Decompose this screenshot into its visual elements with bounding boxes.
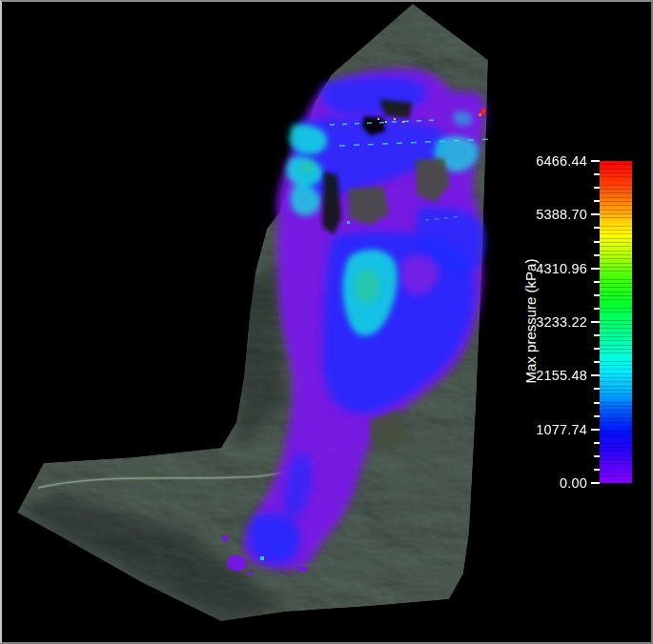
colorbar-tick-label: 6466.44 <box>511 153 587 169</box>
colorbar-minor-tick <box>594 173 600 175</box>
colorbar-minor-tick <box>594 455 600 457</box>
colorbar-minor-tick <box>594 294 600 296</box>
colorbar-tick-label: 3233.22 <box>511 314 587 330</box>
colorbar-minor-tick <box>594 227 600 229</box>
colorbar-major-tick <box>591 429 600 431</box>
colorbar-minor-tick <box>594 442 600 444</box>
colorbar-minor-tick <box>594 187 600 189</box>
colorbar-major-tick <box>591 482 600 484</box>
colorbar-minor-tick <box>594 308 600 310</box>
colorbar-tick-label: 4310.96 <box>511 261 587 276</box>
figure: Max pressure (kPa) 6466.445388.704310.96… <box>0 0 653 644</box>
colorbar-minor-tick <box>594 402 600 404</box>
colorbar-major-tick <box>591 321 600 323</box>
colorbar-minor-tick <box>594 281 600 283</box>
colorbar-minor-tick <box>594 361 600 363</box>
colorbar-minor-tick <box>594 241 600 243</box>
colorbar-minor-tick <box>594 254 600 256</box>
colorbar-major-tick <box>591 268 600 270</box>
colorbar-major-tick <box>591 160 600 162</box>
colorbar-tick-label: 1077.74 <box>511 422 587 437</box>
orange-speck <box>479 113 481 116</box>
cyan-speck <box>260 556 264 560</box>
colorbar-tick-label: 2155.48 <box>511 368 587 383</box>
colorbar-tick-label: 0.00 <box>511 475 587 491</box>
colorbar-minor-tick <box>594 334 600 336</box>
colorbar-major-tick <box>591 374 600 376</box>
colorbar-minor-tick <box>594 415 600 417</box>
colorbar-gradient <box>600 161 632 483</box>
red-speck <box>481 109 485 114</box>
colorbar-tick-label: 5388.70 <box>511 207 587 222</box>
colorbar-minor-tick <box>594 388 600 390</box>
colorbar <box>600 161 632 483</box>
colorbar-minor-tick <box>594 348 600 350</box>
colorbar-minor-tick <box>594 469 600 471</box>
colorbar-minor-tick <box>594 200 600 202</box>
colorbar-major-tick <box>591 213 600 215</box>
